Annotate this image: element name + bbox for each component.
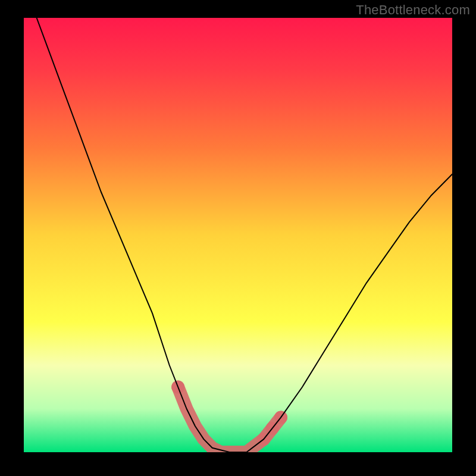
gradient-background xyxy=(24,18,452,452)
watermark-text: TheBottleneck.com xyxy=(356,2,470,18)
plot-area xyxy=(24,18,452,452)
chart-frame: TheBottleneck.com xyxy=(0,0,476,476)
plot-svg xyxy=(24,18,452,452)
